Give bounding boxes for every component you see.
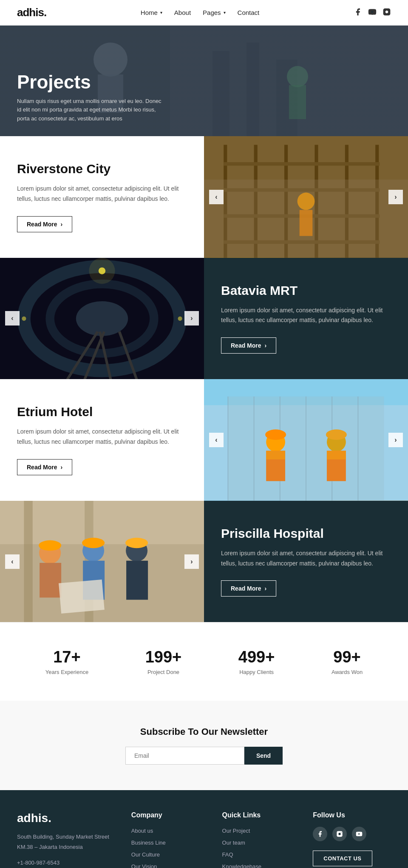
arrow-right-icon: ›: [265, 585, 267, 592]
read-more-priscilla[interactable]: Read More ›: [221, 580, 276, 597]
stat-number-clients: 499+: [238, 648, 275, 666]
newsletter-title: Subscribe To Our Newsletter: [17, 726, 391, 737]
project-image-riverstone: ‹ ›: [204, 136, 408, 258]
svg-point-67: [125, 537, 148, 548]
contact-us-button[interactable]: CONTACT US: [313, 851, 372, 866]
hero-description: Nullam quis risus eget urna mollis ornar…: [17, 97, 162, 123]
footer-quick-links-list: Our Project Our team FAQ Knowledgebase C…: [222, 827, 300, 868]
footer-youtube-icon[interactable]: [352, 827, 366, 841]
logo: adhis.: [17, 6, 46, 19]
nav-home[interactable]: Home ▾: [141, 9, 162, 16]
footer-link-vision[interactable]: Our Vision: [131, 863, 157, 868]
svg-rect-8: [246, 43, 259, 136]
footer-company-title: Company: [131, 811, 210, 819]
stat-label-projects: Project Done: [145, 669, 182, 675]
project-desc-batavia: Lorem ipsum dolor sit amet, consectetur …: [221, 306, 391, 326]
facebook-icon[interactable]: [354, 8, 362, 18]
svg-rect-11: [289, 85, 306, 119]
svg-point-66: [82, 537, 105, 548]
navbar: adhis. Home ▾ About Pages ▾ Contact: [0, 0, 408, 26]
project-batavia: ‹ › Batavia MRT Lorem ipsum dolor sit am…: [0, 258, 408, 380]
project-title-priscilla: Priscilla Hospital: [221, 526, 391, 541]
svg-rect-52: [327, 451, 346, 459]
footer-link-about-us[interactable]: About us: [131, 828, 153, 834]
footer: adhis. South Building, Sunday Market Str…: [0, 790, 408, 868]
carousel-next-etrium[interactable]: ›: [388, 433, 403, 447]
footer-link-culture[interactable]: Our Culture: [131, 851, 160, 858]
nav-contact[interactable]: Contact: [238, 9, 260, 16]
svg-point-53: [265, 430, 286, 440]
project-title-batavia: Batavia MRT: [221, 283, 391, 298]
svg-rect-25: [204, 180, 408, 258]
project-text-priscilla: Priscilla Hospital Lorem ipsum dolor sit…: [204, 501, 408, 622]
project-desc-priscilla: Lorem ipsum dolor sit amet, consectetur …: [221, 548, 391, 569]
footer-company: Company About us Business Line Our Cultu…: [131, 811, 210, 868]
svg-rect-19: [224, 162, 380, 166]
nav-about[interactable]: About: [174, 9, 191, 16]
project-title-riverstone: Riverstone City: [17, 162, 187, 176]
stat-label-years: Years Experience: [45, 669, 88, 675]
svg-rect-60: [40, 563, 61, 598]
instagram-icon[interactable]: [382, 8, 391, 18]
carousel-next-riverstone[interactable]: ›: [388, 190, 403, 204]
send-button[interactable]: Send: [244, 747, 283, 765]
svg-point-65: [39, 540, 61, 551]
svg-point-54: [326, 430, 347, 440]
footer-link-business-line[interactable]: Business Line: [131, 839, 166, 846]
footer-phone: +1-800-987-6543: [17, 858, 119, 868]
youtube-icon[interactable]: [368, 8, 377, 18]
read-more-etrium[interactable]: Read More ›: [17, 459, 72, 475]
footer-facebook-icon[interactable]: [313, 827, 327, 841]
svg-rect-49: [266, 451, 285, 459]
footer-social-icons: [313, 827, 391, 841]
carousel-prev-batavia[interactable]: ‹: [5, 311, 20, 326]
footer-instagram-icon[interactable]: [332, 827, 347, 841]
svg-point-36: [22, 316, 26, 320]
footer-link-our-team[interactable]: Our team: [222, 839, 245, 846]
arrow-right-icon: ›: [265, 342, 267, 349]
project-image-etrium: ‹ ›: [204, 379, 408, 501]
project-text-batavia: Batavia MRT Lorem ipsum dolor sit amet, …: [204, 258, 408, 380]
newsletter-form: Send: [17, 747, 391, 765]
stat-clients: 499+ Happy Clients: [238, 648, 275, 675]
stat-number-awards: 99+: [332, 648, 363, 666]
arrow-right-icon: ›: [61, 464, 63, 471]
newsletter-section: Subscribe To Our Newsletter Send: [0, 701, 408, 790]
carousel-prev-riverstone[interactable]: ‹: [209, 190, 224, 204]
project-desc-riverstone: Lorem ipsum dolor sit amet, consectetur …: [17, 184, 187, 204]
read-more-batavia[interactable]: Read More ›: [221, 337, 276, 354]
nav-pages[interactable]: Pages ▾: [203, 9, 226, 16]
carousel-prev-etrium[interactable]: ‹: [209, 433, 224, 447]
footer-link-faq[interactable]: FAQ: [222, 851, 233, 858]
read-more-riverstone[interactable]: Read More ›: [17, 216, 72, 232]
svg-point-70: [341, 832, 341, 833]
footer-grid: adhis. South Building, Sunday Market Str…: [17, 811, 391, 868]
stat-number-projects: 199+: [145, 648, 182, 666]
carousel-next-batavia[interactable]: ›: [184, 311, 199, 326]
project-image-priscilla: ‹ ›: [0, 501, 204, 622]
social-nav-icons: [354, 8, 391, 18]
svg-rect-68: [59, 580, 105, 614]
svg-rect-7: [212, 51, 230, 136]
stat-awards: 99+ Awards Won: [332, 648, 363, 675]
stat-label-awards: Awards Won: [332, 669, 363, 675]
carousel-next-priscilla[interactable]: ›: [184, 554, 199, 569]
footer-link-knowledgebase[interactable]: Knowledgebase: [222, 863, 262, 868]
arrow-right-icon: ›: [61, 221, 63, 228]
footer-logo: adhis.: [17, 811, 119, 825]
footer-contact: +1-800-987-6543 adha@adha.com: [17, 858, 119, 868]
hero-section: Projects Nullam quis risus eget urna mol…: [0, 26, 408, 136]
svg-rect-57: [24, 501, 32, 622]
stat-projects: 199+ Project Done: [145, 648, 182, 675]
carousel-prev-priscilla[interactable]: ‹: [5, 554, 20, 569]
svg-point-29: [76, 301, 128, 336]
project-etrium: Etrium Hotel Lorem ipsum dolor sit amet,…: [0, 379, 408, 501]
email-input[interactable]: [125, 747, 244, 765]
footer-link-our-project[interactable]: Our Project: [222, 828, 250, 834]
stats-section: 17+ Years Experience 199+ Project Done 4…: [0, 622, 408, 701]
stat-label-clients: Happy Clients: [238, 669, 275, 675]
project-title-etrium: Etrium Hotel: [17, 405, 187, 419]
stat-years: 17+ Years Experience: [45, 648, 88, 675]
footer-quick-links-title: Quick Links: [222, 811, 300, 819]
project-desc-etrium: Lorem ipsum dolor sit amet, consectetur …: [17, 427, 187, 447]
